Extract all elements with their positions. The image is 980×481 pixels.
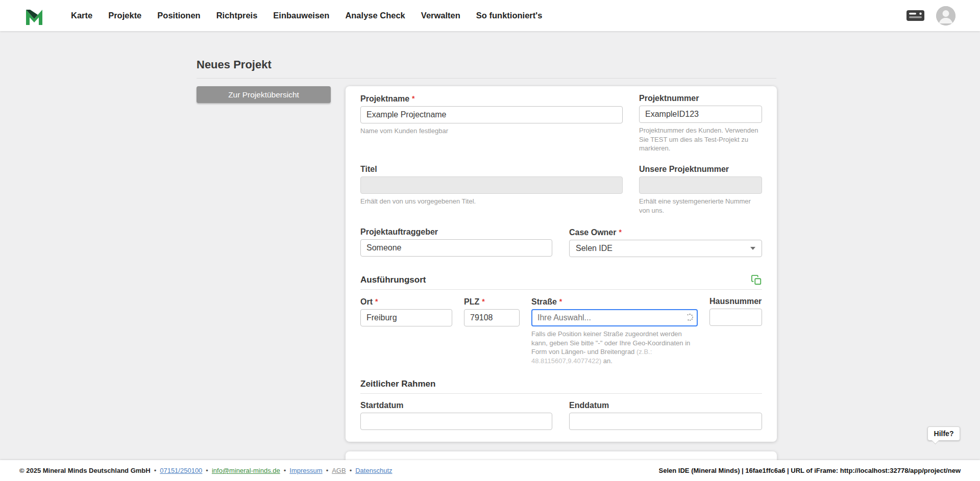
projektauftraggeber-label-text: Projektauftraggeber — [360, 227, 438, 236]
projektnummer-field: Projektnummer Projektnummer des Kunden. … — [639, 94, 762, 153]
footer-separator: • — [326, 467, 329, 474]
nav-item-karte[interactable]: Karte — [71, 11, 92, 20]
nav-item-verwalten[interactable]: Verwalten — [421, 11, 460, 20]
projektnummer-label-text: Projektnummer — [639, 94, 699, 103]
case-owner-selected-value: Selen IDE — [576, 244, 612, 253]
back-to-project-overview-button[interactable]: Zur Projektübersicht — [197, 86, 331, 103]
nav-item-projekte[interactable]: Projekte — [108, 11, 141, 20]
zeitlicher-rahmen-heading: Zeitlicher Rahmen — [360, 379, 435, 389]
strasse-label-text: Straße — [531, 297, 557, 306]
title-divider — [197, 78, 776, 79]
strasse-helper-main: Falls die Position keiner Straße zugeord… — [531, 330, 690, 356]
ort-field: Ort* — [360, 297, 452, 326]
required-marker: * — [559, 297, 562, 306]
footer-separator: • — [154, 467, 157, 474]
nav-item-einbauweisen[interactable]: Einbauweisen — [273, 11, 329, 20]
footer-bar: © 2025 Mineral Minds Deutschland GmbH • … — [0, 460, 980, 481]
datenschutz-link[interactable]: Datenschutz — [355, 467, 392, 474]
nav-item-so-funktionierts[interactable]: So funktioniert's — [476, 11, 543, 20]
section-divider — [360, 289, 762, 290]
nav-item-analyse-check[interactable]: Analyse Check — [345, 11, 405, 20]
ort-label: Ort* — [360, 297, 452, 307]
unsere-projektnummer-label-text: Unsere Projektnummer — [639, 165, 729, 173]
section-divider — [360, 393, 762, 394]
footer-separator: • — [350, 467, 352, 474]
hausnummer-field: Hausnummer — [709, 297, 762, 326]
strasse-label: Straße* — [531, 297, 698, 307]
projektauftraggeber-field: Projektauftraggeber — [360, 227, 552, 257]
agb-link[interactable]: AGB — [332, 467, 346, 474]
unsere-projektnummer-helper: Erhält eine systemgenerierte Nummer von … — [639, 197, 762, 215]
session-user: Selen IDE — [659, 467, 690, 474]
copy-location-button[interactable] — [751, 274, 762, 286]
case-owner-field: Case Owner* Selen IDE — [569, 227, 762, 257]
case-owner-label: Case Owner* — [569, 227, 762, 237]
main-nav: Karte Projekte Positionen Richtpreis Ein… — [71, 11, 542, 20]
logo-m-icon — [24, 5, 44, 27]
nav-item-richtpreis[interactable]: Richtpreis — [216, 11, 258, 20]
mineral-minds-logo[interactable] — [24, 5, 44, 27]
strasse-field: Straße* Falls die Position keiner Straße… — [531, 297, 698, 366]
device-terminal-icon[interactable] — [906, 9, 925, 22]
session-details: (Mineral Minds) | 16fae1ffc6a6 | URL of … — [690, 467, 961, 474]
help-button-label: Hilfe? — [934, 429, 954, 438]
help-button[interactable]: Hilfe? — [927, 426, 960, 441]
hausnummer-label: Hausnummer — [709, 297, 762, 306]
unsere-projektnummer-input — [639, 176, 762, 194]
footer-separator: • — [284, 467, 286, 474]
email-link[interactable]: info@mineral-minds.de — [212, 467, 280, 474]
projektname-helper: Name vom Kunden festlegbar — [360, 126, 623, 136]
loading-spinner-icon — [686, 314, 693, 321]
hausnummer-input[interactable] — [709, 309, 762, 326]
plz-input[interactable] — [464, 309, 520, 326]
copyright-text: © 2025 Mineral Minds Deutschland GmbH — [19, 467, 151, 474]
projektname-label: Projektname* — [360, 94, 623, 104]
user-avatar[interactable] — [936, 6, 955, 26]
required-marker: * — [412, 94, 414, 103]
projektnummer-input[interactable] — [639, 106, 762, 123]
strasse-helper-suffix: an. — [601, 357, 612, 365]
ausfuehrungsort-heading: Ausführungsort — [360, 275, 426, 285]
projektauftraggeber-input[interactable] — [360, 239, 552, 257]
enddatum-input[interactable] — [569, 413, 762, 430]
phone-link[interactable]: 07151/250100 — [160, 467, 202, 474]
copy-icon — [751, 274, 762, 286]
projektauftraggeber-label: Projektauftraggeber — [360, 227, 552, 237]
plz-label-text: PLZ — [464, 297, 479, 306]
form-row-dates: Startdatum Enddatum — [360, 401, 762, 430]
titel-input — [360, 176, 623, 194]
titel-label: Titel — [360, 165, 623, 174]
projektname-label-text: Projektname — [360, 94, 409, 103]
enddatum-label-text: Enddatum — [569, 401, 609, 410]
top-actions — [906, 6, 955, 26]
startdatum-field: Startdatum — [360, 401, 552, 430]
enddatum-label: Enddatum — [569, 401, 762, 410]
projektname-input[interactable] — [360, 106, 623, 123]
required-marker: * — [482, 297, 484, 306]
form-row-owner: Projektauftraggeber Case Owner* Selen ID… — [360, 227, 762, 274]
titel-helper: Erhält den von uns vorgegebenen Titel. — [360, 197, 623, 206]
top-nav-bar: Karte Projekte Positionen Richtpreis Ein… — [0, 0, 980, 31]
strasse-input[interactable] — [531, 309, 698, 326]
impressum-link[interactable]: Impressum — [289, 467, 322, 474]
next-card-peek — [346, 451, 777, 460]
ort-input[interactable] — [360, 309, 452, 326]
nav-item-positionen[interactable]: Positionen — [157, 11, 200, 20]
form-row-address: Ort* PLZ* Straße* Falls die Position kei… — [360, 297, 762, 378]
titel-field: Titel Erhält den von uns vorgegebenen Ti… — [360, 165, 623, 206]
plz-label: PLZ* — [464, 297, 520, 307]
ausfuehrungsort-section-header: Ausführungsort — [360, 274, 762, 297]
form-row-name-number: Projektname* Name vom Kunden festlegbar … — [360, 94, 762, 165]
strasse-input-wrap — [531, 309, 698, 326]
footer-separator: • — [206, 467, 208, 474]
projektnummer-helper: Projektnummer des Kunden. Verwenden Sie … — [639, 126, 762, 153]
chevron-down-icon — [750, 247, 755, 250]
new-project-form-card: Projektname* Name vom Kunden festlegbar … — [346, 86, 777, 442]
startdatum-input[interactable] — [360, 413, 552, 430]
titel-label-text: Titel — [360, 165, 377, 173]
required-marker: * — [619, 228, 621, 236]
hausnummer-label-text: Hausnummer — [709, 297, 762, 306]
startdatum-label: Startdatum — [360, 401, 552, 410]
case-owner-select[interactable]: Selen IDE — [569, 240, 762, 257]
plz-field: PLZ* — [464, 297, 520, 326]
